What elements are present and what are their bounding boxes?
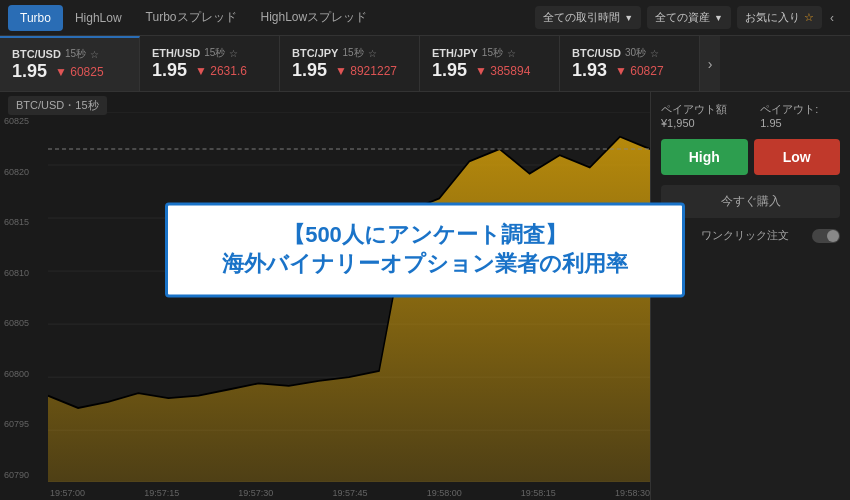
ticker-change: ▼ 8921227 (335, 64, 397, 78)
x-label-3: 19:57:30 (238, 488, 273, 498)
overlay-banner: 【500人にアンケート調査】 海外バイナリーオプション業者の利用率 (165, 202, 685, 297)
ticker-scroll-right[interactable]: › (700, 36, 720, 91)
ticker-price: 1.95 (432, 60, 467, 81)
ticker-change: ▼ 60827 (615, 64, 664, 78)
y-label-4: 60810 (4, 268, 29, 278)
ticker-price: 1.93 (572, 60, 607, 81)
payout-ratio: ペイアウト: 1.95 (760, 102, 840, 129)
ticker-btcusd-15[interactable]: BTC/USD 15秒 ☆ 1.95 ▼ 60825 (0, 36, 140, 91)
tab-turbo-spread[interactable]: Turboスプレッド (134, 3, 249, 32)
ticker-change: ▼ 385894 (475, 64, 530, 78)
x-label-5: 19:58:00 (427, 488, 462, 498)
y-label-6: 60800 (4, 369, 29, 379)
payout-info: ペイアウト額 ¥1,950 ペイアウト: 1.95 (661, 102, 840, 129)
ticker-star-icon[interactable]: ☆ (368, 48, 377, 59)
ticker-btcjpy-15[interactable]: BTC/JPY 15秒 ☆ 1.95 ▼ 8921227 (280, 36, 420, 91)
asset-filter-arrow: ▼ (714, 13, 723, 23)
overlay-line2: 海外バイナリーオプション業者の利用率 (192, 250, 658, 279)
ticker-price: 1.95 (12, 61, 47, 82)
x-label-2: 19:57:15 (144, 488, 179, 498)
x-label-7: 19:58:30 (615, 488, 650, 498)
ticker-pair-label: BTC/USD (12, 48, 61, 60)
ticker-time-label: 15秒 (482, 46, 503, 60)
favorites-label: お気に入り (745, 10, 800, 25)
y-label-5: 60805 (4, 318, 29, 328)
y-axis: 60825 60820 60815 60810 60805 60800 6079… (4, 116, 29, 480)
y-label-2: 60820 (4, 167, 29, 177)
oneclick-toggle[interactable] (812, 229, 840, 243)
ticker-star-icon[interactable]: ☆ (90, 49, 99, 60)
y-label-8: 60790 (4, 470, 29, 480)
ticker-change: ▼ 2631.6 (195, 64, 247, 78)
ticker-btcusd-30[interactable]: BTC/USD 30秒 ☆ 1.93 ▼ 60827 (560, 36, 700, 91)
ticker-time-label: 30秒 (625, 46, 646, 60)
ticker-star-icon[interactable]: ☆ (507, 48, 516, 59)
star-icon: ☆ (804, 11, 814, 24)
ticker-pair-label: ETH/JPY (432, 47, 478, 59)
ticker-price: 1.95 (152, 60, 187, 81)
chart-header: BTC/USD・15秒 (8, 96, 107, 115)
ticker-star-icon[interactable]: ☆ (229, 48, 238, 59)
ticker-change: ▼ 60825 (55, 65, 104, 79)
x-label-6: 19:58:15 (521, 488, 556, 498)
ticker-time-label: 15秒 (204, 46, 225, 60)
ticker-time-label: 15秒 (65, 47, 86, 61)
buy-now-button[interactable]: 今すぐ購入 (661, 185, 840, 218)
payout-amount: ペイアウト額 ¥1,950 (661, 102, 760, 129)
ticker-row: BTC/USD 15秒 ☆ 1.95 ▼ 60825 ETH/USD 15秒 ☆… (0, 36, 850, 92)
toggle-circle (827, 230, 839, 242)
high-button[interactable]: High (661, 139, 748, 175)
ticker-ethjpy-15[interactable]: ETH/JPY 15秒 ☆ 1.95 ▼ 385894 (420, 36, 560, 91)
ticker-ethusd-15[interactable]: ETH/USD 15秒 ☆ 1.95 ▼ 2631.6 (140, 36, 280, 91)
asset-filter-label: 全ての資産 (655, 10, 710, 25)
x-axis: 19:57:00 19:57:15 19:57:30 19:57:45 19:5… (50, 488, 650, 498)
ticker-pair-label: BTC/JPY (292, 47, 338, 59)
time-filter-dropdown[interactable]: 全ての取引時間 ▼ (535, 6, 641, 29)
collapse-button[interactable]: ‹ (822, 11, 842, 25)
ticker-star-icon[interactable]: ☆ (650, 48, 659, 59)
oneclick-row: ⬜ ワンクリック注文 (661, 228, 840, 243)
y-label-1: 60825 (4, 116, 29, 126)
asset-filter-dropdown[interactable]: 全ての資産 ▼ (647, 6, 731, 29)
time-filter-arrow: ▼ (624, 13, 633, 23)
y-label-3: 60815 (4, 217, 29, 227)
x-label-1: 19:57:00 (50, 488, 85, 498)
chart-area-fill (48, 137, 650, 482)
x-label-4: 19:57:45 (332, 488, 367, 498)
top-nav: Turbo HighLow Turboスプレッド HighLowスプレッド 全て… (0, 0, 850, 36)
favorites-button[interactable]: お気に入り ☆ (737, 6, 822, 29)
ticker-pair-label: ETH/USD (152, 47, 200, 59)
tab-highlow-spread[interactable]: HighLowスプレッド (249, 3, 380, 32)
tab-turbo[interactable]: Turbo (8, 5, 63, 31)
trade-buttons: High Low (661, 139, 840, 175)
overlay-line1: 【500人にアンケート調査】 (192, 221, 658, 250)
ticker-time-label: 15秒 (342, 46, 363, 60)
y-label-7: 60795 (4, 419, 29, 429)
ticker-pair-label: BTC/USD (572, 47, 621, 59)
low-button[interactable]: Low (754, 139, 841, 175)
tab-highlow[interactable]: HighLow (63, 5, 134, 31)
oneclick-label: ワンクリック注文 (701, 228, 789, 243)
ticker-price: 1.95 (292, 60, 327, 81)
time-filter-label: 全ての取引時間 (543, 10, 620, 25)
